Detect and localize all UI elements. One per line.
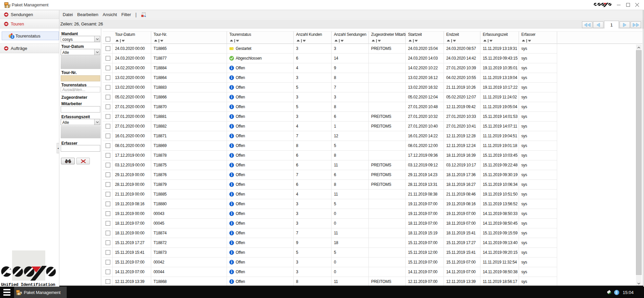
- sort-asc-icon[interactable]: [409, 40, 412, 42]
- search-button[interactable]: [61, 158, 75, 164]
- sort-asc-icon[interactable]: [116, 40, 119, 42]
- sort-asc-icon[interactable]: [372, 40, 375, 42]
- table-row[interactable]: 24.03.2020 00:00T18865Gestartet33PREITOM…: [103, 44, 557, 54]
- sidebar-item-touren[interactable]: Touren: [0, 19, 59, 28]
- sort-desc-icon[interactable]: [378, 40, 381, 42]
- cell-anzahl-sendungen: 1: [332, 122, 369, 131]
- column-header-erfassungszeit[interactable]: Erfassungszeit: [480, 31, 519, 44]
- table-row[interactable]: 27.01.2020 00:00T18882Offen41PREITOMS27.…: [103, 122, 557, 131]
- clear-filter-button[interactable]: [76, 158, 90, 164]
- taskbar-app-button[interactable]: Paket Management: [14, 287, 67, 298]
- sort-desc-icon[interactable]: [341, 40, 344, 42]
- page-number-box[interactable]: 1: [604, 21, 619, 29]
- column-header-tour-datum[interactable]: Tour-Datum: [113, 31, 151, 44]
- column-header-endzeit[interactable]: Endzeit: [444, 31, 480, 44]
- prev-page-button[interactable]: [593, 21, 603, 28]
- tourenstatus-input[interactable]: [61, 87, 100, 92]
- scroll-up-button[interactable]: [636, 45, 642, 50]
- sort-asc-icon[interactable]: [154, 40, 157, 42]
- last-page-button[interactable]: [631, 21, 641, 28]
- table-row[interactable]: 13.02.2020 00:00T18883Offen5713.02.2020 …: [103, 83, 557, 92]
- column-header-anzahl-sendungen[interactable]: Anzahl Sendungen: [332, 31, 369, 44]
- table-row[interactable]: 15.11.2019 17:27T18872Offen91815.11.2019…: [103, 238, 557, 248]
- column-header-zugeordneter-mitarbeiter[interactable]: Zugeordneter Mitarbeiter: [369, 31, 406, 44]
- status-text: Offen: [236, 257, 245, 267]
- sort-asc-icon[interactable]: [297, 40, 300, 42]
- table-row[interactable]: 15.11.2019 15:41T18873Offen5515.11.2019 …: [103, 248, 557, 257]
- table-row[interactable]: 14.02.2020 00:00T18884Offen4914.02.2020 …: [103, 63, 557, 73]
- maximize-button[interactable]: [624, 0, 632, 10]
- sidebar-item-tourenstatus[interactable]: Tourenstatus: [2, 31, 59, 40]
- cell-erfassungszeit: 11.11.2019 11:24:02: [480, 92, 519, 102]
- sort-asc-icon[interactable]: [447, 40, 450, 42]
- table-row[interactable]: 03.12.2019 00:00T18875Offen611PREITOMS03…: [103, 160, 557, 170]
- table-row[interactable]: 24.03.2020 00:00T18877Abgeschlossen61424…: [103, 54, 557, 63]
- column-header-tourenstatus[interactable]: Tourenstatus: [227, 31, 294, 44]
- checkbox-cell: [103, 199, 113, 209]
- tour-nr-input[interactable]: [61, 75, 100, 81]
- menu-bearbeiten[interactable]: Bearbeiten: [75, 11, 100, 18]
- table-row[interactable]: 27.01.2020 00:00T18881Offen36PREITOMS27.…: [103, 112, 557, 122]
- table-row[interactable]: 18.11.2019 00:00T18874Offen71118.11.2019…: [103, 228, 557, 238]
- sort-asc-icon[interactable]: [335, 40, 338, 42]
- table-row[interactable]: 13.02.2020 00:00T18864Offen3813.02.2020 …: [103, 73, 557, 83]
- table-row[interactable]: 27.01.2020 00:00T18870Offen5827.01.2020 …: [103, 102, 557, 112]
- table-row[interactable]: 08.01.2020 00:00T18869Offen8508.01.2020 …: [103, 141, 557, 151]
- export-icon[interactable]: [141, 12, 146, 17]
- cell-startzeit: 29.11.2019 14:23: [406, 170, 444, 179]
- mitarbeiter-input[interactable]: [61, 106, 100, 113]
- column-header-startzeit[interactable]: Startzeit: [406, 31, 444, 44]
- table-row[interactable]: 05.02.2020 00:00T18866Offen3305.02.2020 …: [103, 92, 557, 102]
- start-button[interactable]: [3, 289, 10, 296]
- menu-datei[interactable]: Datei: [61, 11, 75, 18]
- minimize-button[interactable]: [614, 0, 623, 10]
- table-row[interactable]: 19.11.2019 00:0000043Offen3019.11.2019 0…: [103, 209, 557, 219]
- sidebar-item-auftraege[interactable]: Aufträge: [0, 44, 59, 53]
- sort-desc-icon[interactable]: [453, 40, 456, 42]
- sort-asc-icon[interactable]: [522, 40, 525, 42]
- network-icon[interactable]: [607, 290, 612, 295]
- sort-asc-icon[interactable]: [230, 40, 233, 42]
- sort-desc-icon[interactable]: [528, 40, 531, 42]
- table-row[interactable]: 28.11.2019 00:00T18879Offen68PREITOMS28.…: [103, 180, 557, 190]
- sort-desc-icon[interactable]: [415, 40, 418, 42]
- table-row[interactable]: 29.11.2019 00:00T18876Offen76PREITOMS29.…: [103, 170, 557, 180]
- first-page-button[interactable]: [582, 21, 592, 28]
- menu-filter[interactable]: Filter: [119, 11, 133, 18]
- select-all-checkbox[interactable]: [106, 37, 110, 42]
- panel-collapse-handle[interactable]: ◂: [57, 143, 59, 153]
- scrollbar-thumb[interactable]: [636, 50, 642, 275]
- table-row[interactable]: 19.11.2019 08:16T18880Offen3519.11.2019 …: [103, 199, 557, 209]
- sort-asc-icon[interactable]: [483, 40, 486, 42]
- table-row[interactable]: 15.11.2019 07:0000042Offen3015.11.2019 0…: [103, 257, 557, 267]
- sort-desc-icon[interactable]: [122, 40, 125, 42]
- erfasser-input[interactable]: [61, 145, 100, 152]
- table-row[interactable]: 18.11.2019 07:0000045Offen3018.11.2019 0…: [103, 219, 557, 228]
- cell-tourenstatus: Offen: [227, 228, 294, 238]
- sort-desc-icon[interactable]: [236, 40, 239, 42]
- sidebar-item-sendungen[interactable]: Sendungen: [0, 10, 59, 19]
- column-header-tour-nr-[interactable]: Tour-Nr.: [151, 31, 227, 44]
- sort-separator: [488, 39, 488, 43]
- menu-ansicht[interactable]: Ansicht: [101, 11, 119, 18]
- sort-desc-icon[interactable]: [303, 40, 306, 42]
- table-row[interactable]: 14.11.2019 07:0000044Offen3014.11.2019 0…: [103, 267, 557, 277]
- tour-datum-select[interactable]: Alle: [61, 49, 100, 55]
- globe-icon[interactable]: [614, 290, 620, 295]
- mandant-select[interactable]: cosys: [61, 36, 100, 42]
- table-row[interactable]: 12.11.2019 13:39T18868Offen811PREITOMS12…: [103, 277, 557, 287]
- table-row[interactable]: 17.12.2019 00:00T18878Offen6817.12.2019 …: [103, 151, 557, 160]
- table-row[interactable]: 16.01.2020 00:00T18871Offen71216.01.2020…: [103, 131, 557, 141]
- taskbar-clock[interactable]: 15:04: [623, 290, 634, 295]
- column-header-anzahl-kunden[interactable]: Anzahl Kunden: [294, 31, 332, 44]
- next-page-button[interactable]: [620, 21, 630, 28]
- sort-desc-icon[interactable]: [160, 40, 163, 42]
- column-header-erfasser[interactable]: Erfasser: [519, 31, 557, 44]
- erfassungszeit-select[interactable]: Alle: [61, 119, 100, 125]
- cell-tour-nr-: 00044: [151, 267, 227, 277]
- sort-desc-icon[interactable]: [489, 40, 492, 42]
- close-button[interactable]: [633, 0, 641, 10]
- cell-endzeit: 12.11.2019 12:28: [444, 131, 480, 141]
- table-row[interactable]: 21.11.2019 00:00T18885Offen41121.11.2019…: [103, 190, 557, 199]
- vertical-scrollbar[interactable]: [636, 45, 642, 286]
